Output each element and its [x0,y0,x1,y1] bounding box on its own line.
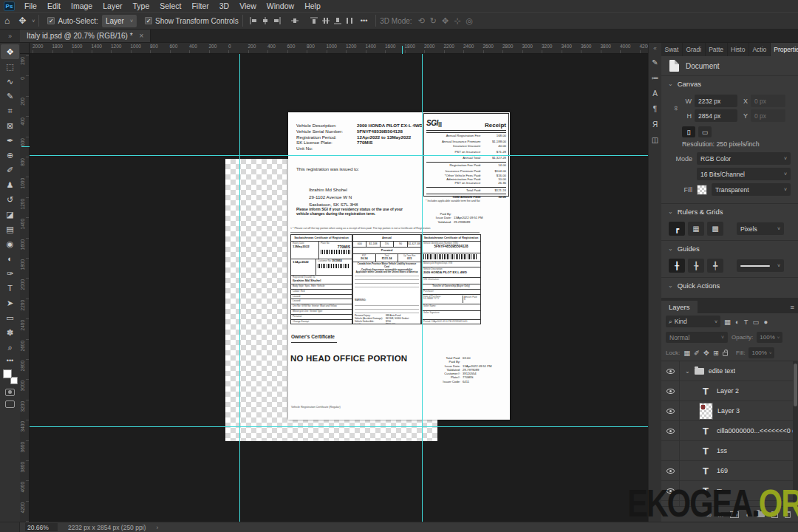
guide-style-select[interactable] [737,259,784,272]
menu-file[interactable]: File [19,1,42,10]
3d-mode-icon-1[interactable]: ↻ [430,16,437,26]
menu-filter[interactable]: Filter [186,1,214,10]
layer-row-layer-3[interactable]: Layer 3 [661,401,798,421]
layer-filter-icon-0[interactable]: ▦ [724,318,731,326]
auto-select-target-dropdown[interactable]: Layer ˅ [102,15,137,27]
blend-mode-select[interactable]: Normal [666,332,728,343]
adjustment-layer-icon[interactable]: ◐ [746,511,750,519]
toggle-visibility[interactable] [661,461,680,480]
toggle-visibility[interactable] [661,401,680,420]
toggle-rulers-button[interactable]: ┏ [669,222,685,236]
spot-healing-brush-tool[interactable]: ⊕ [1,148,19,163]
zoom-tool[interactable]: ⌕ [1,340,19,355]
ruler-corner[interactable] [20,43,30,54]
document-tab[interactable]: Italy id.psd @ 20.7% (RGB/16) * × [20,30,151,42]
horizontal-guide[interactable] [30,155,648,156]
brush-tool[interactable]: ✐ [1,163,19,177]
layer-filter-icon-2[interactable]: T [744,318,748,326]
toggle-visibility[interactable] [661,501,680,506]
show-transform-checkbox[interactable]: ✓ [145,17,152,24]
layer-row-169[interactable]: T169 [661,461,798,481]
distribute-horizontal-centers-icon[interactable] [344,16,355,26]
layer-row-125-a[interactable]: T125 A [661,501,798,506]
frame-tool[interactable]: ⊠ [1,118,19,133]
align-bottom-edges-icon[interactable] [332,16,343,26]
type-tool[interactable]: T [1,281,19,296]
lock-icon-2[interactable]: ✥ [703,349,709,357]
layer-row-cilla0000000-0-d[interactable]: Tcilla0000000...<<<<<<<0 d [661,421,798,441]
toggle-visibility[interactable] [661,361,680,381]
lasso-tool[interactable]: ∿ [1,74,19,89]
menu-edit[interactable]: Edit [42,1,66,10]
guide-option-button-1[interactable]: ╊ [688,259,704,273]
add-layer-mask-icon[interactable] [730,511,739,518]
tab-histo[interactable]: Histo [728,43,749,56]
menu-view[interactable]: View [234,1,262,10]
history-brush-tool[interactable]: ↺ [1,192,19,207]
lock-icon-1[interactable]: ✐ [694,349,700,357]
link-dimensions-icon[interactable]: ∞ [661,104,692,113]
align-horizontal-centers-icon[interactable] [260,16,270,26]
3d-mode-icon-2[interactable]: ✥ [442,16,449,26]
move-tool[interactable]: ✥ [1,44,19,59]
link-layers-icon[interactable]: ∞ [706,511,712,519]
fill-select[interactable]: Transparent [712,183,791,196]
eyedropper-tool[interactable]: ✒ [1,133,19,148]
new-layer-icon[interactable] [771,511,778,518]
edit-toolbar-tool[interactable]: ••• [1,355,19,366]
align-right-edges-icon[interactable] [272,16,282,26]
vertical-guide[interactable] [422,54,423,522]
menu-window[interactable]: Window [262,1,299,10]
more-options-icon[interactable]: ••• [356,17,372,24]
height-field[interactable]: 2854 px [695,109,737,122]
menu-layer[interactable]: Layer [98,1,127,10]
guide-option-button-0[interactable]: ╂ [669,259,685,273]
bit-depth-select[interactable]: 16 Bits/Channel [697,168,791,180]
blur-tool[interactable]: ◉ [1,236,19,251]
layer-fill-field[interactable]: 100% [748,347,774,358]
foreground-color-swatch[interactable] [3,369,12,378]
home-icon[interactable]: ⌂ [0,16,14,26]
tab-gradi[interactable]: Gradi [683,43,706,56]
toggle-visibility[interactable] [661,381,680,400]
pen-tool[interactable]: ✑ [1,266,19,281]
auto-select-checkbox[interactable]: ✓ [47,17,55,24]
layer-filter-icon-3[interactable]: ▭ [753,318,760,326]
3d-mode-icon-4[interactable]: ◎ [466,16,474,26]
toggle-visibility[interactable] [661,421,680,440]
ruler-units-select[interactable]: Pixels [737,222,784,235]
toggle-visibility[interactable] [661,481,680,500]
rectangular-marquee-tool[interactable]: ⬚ [1,59,19,74]
layer-row-layer-2[interactable]: TLayer 2 [661,381,798,401]
menu-image[interactable]: Image [66,1,98,10]
lock-icon-0[interactable]: ▦ [683,349,690,357]
move-tool-icon[interactable]: ✥ [14,16,30,26]
lock-icon-3[interactable]: ⊞ [713,349,719,357]
status-options-icon[interactable]: › [156,524,158,531]
horizontal-guide[interactable] [30,426,648,427]
gradient-tool[interactable]: ▤ [1,222,19,236]
horizontal-ruler[interactable]: 2000180016001400120010008006004002000200… [30,43,648,54]
color-swatches[interactable] [3,369,18,384]
tab-patte[interactable]: Patte [706,43,728,56]
toggle-grid-button[interactable]: ▦ [688,222,704,236]
layers-scrollbar[interactable] [793,361,798,506]
3d-mode-icon-0[interactable]: ⟲ [418,16,425,26]
eraser-tool[interactable]: ◪ [1,207,19,222]
align-top-edges-icon[interactable] [309,16,319,26]
align-vertical-centers-icon[interactable] [290,16,300,26]
screen-mode-icon[interactable] [5,400,15,408]
collapse-toolbar-icon[interactable]: » [0,30,20,42]
clone-stamp-tool[interactable]: ♟ [1,177,19,192]
layer-effects-icon[interactable]: fx [718,511,723,519]
close-tab-icon[interactable]: × [140,32,144,40]
lock-all-icon[interactable] [723,352,728,356]
fill-swatch[interactable] [697,185,707,195]
glyphs-panel-icon[interactable]: Я [649,117,661,132]
tab-properties[interactable]: Properties [771,43,798,56]
expand-panels-icon[interactable]: « [653,43,656,55]
brushes-panel-icon[interactable]: ✎ [649,55,661,70]
quick-actions-section-header[interactable]: ⌄ Quick Actions [661,278,798,293]
crop-tool[interactable]: ⌗ [1,103,19,118]
color-mode-select[interactable]: RGB Color [697,152,791,165]
